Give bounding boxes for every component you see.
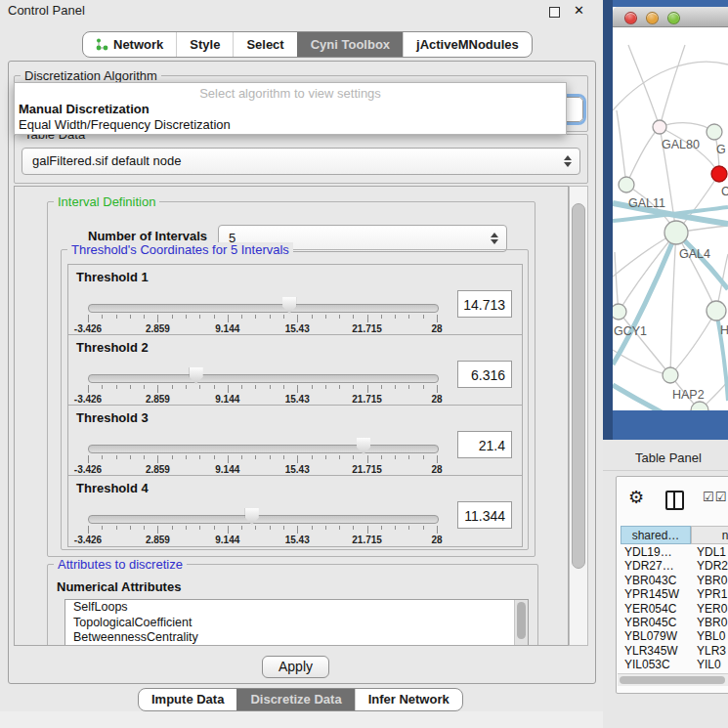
table-row[interactable]: YLR345WYLR3 — [617, 644, 728, 658]
table-data-combobox[interactable]: galFiltered.sif default node — [21, 148, 580, 175]
network-node[interactable] — [619, 177, 634, 193]
network-edge — [670, 233, 676, 375]
tab-network[interactable]: Network — [83, 32, 176, 57]
network-node[interactable] — [653, 120, 666, 134]
minimize-traffic-light[interactable] — [646, 12, 659, 24]
numerical-attributes-label: Numerical Attributes — [57, 579, 181, 594]
table-row[interactable]: YIL053CYIL0 — [617, 658, 728, 671]
bottom-tab-bar: Impute DataDiscretize DataInfer Network — [138, 688, 463, 711]
list-scrollbar[interactable] — [514, 600, 528, 646]
network-canvas[interactable]: GAL80GCGAL11GAL4GCY1HHAP2 — [613, 27, 728, 410]
threshold-3-slider-track[interactable] — [88, 445, 439, 453]
tab-select[interactable]: Select — [233, 32, 296, 57]
slider-tick-labels: -3.4262.8599.14415.4321.71528 — [88, 464, 437, 475]
top-tab-bar: NetworkStyleSelectCyni ToolboxjActiveMNo… — [82, 31, 533, 58]
panel-scrollbar-thumb[interactable] — [572, 203, 585, 569]
table-row[interactable]: YDR27…YDR2 — [617, 559, 728, 573]
network-edge — [613, 62, 728, 110]
columns-icon[interactable] — [665, 491, 684, 510]
threshold-2-value-field[interactable]: 6.316 — [457, 361, 512, 388]
threshold-1-panel: Threshold 1 -3.4262.8599.14415.4321.7152… — [67, 264, 523, 336]
column-header-shared-name[interactable]: shared… — [621, 526, 691, 544]
slider-tick-labels: -3.4262.8599.14415.4321.71528 — [88, 535, 437, 545]
table-row[interactable]: YDL19…YDL1 — [617, 545, 728, 559]
window-title: Control Panel — [8, 3, 85, 18]
network-node[interactable] — [707, 124, 722, 140]
network-node[interactable] — [613, 304, 626, 320]
numerical-attributes-list[interactable]: SelfLoopsTopologicalCoefficientBetweenne… — [64, 599, 529, 646]
attribute-item[interactable]: BetweennessCentrality — [65, 630, 528, 646]
threshold-2-slider-track[interactable] — [88, 374, 439, 383]
threshold-4-value-field[interactable]: 11.344 — [457, 501, 512, 529]
column-header-name[interactable]: n — [691, 526, 728, 544]
attribute-item[interactable]: SelfLoops — [65, 600, 528, 616]
table-panel-region: Table Panel ⚙ ☑☑ shared… n YDL19…YDL1YDR… — [603, 440, 728, 728]
table-row[interactable]: YER054CYER0 — [617, 602, 728, 616]
tab-style[interactable]: Style — [176, 32, 233, 57]
algorithm-option-equal-width[interactable]: Equal Width/Frequency Discretization — [19, 117, 231, 132]
threshold-1-value-field[interactable]: 14.713 — [457, 290, 512, 318]
threshold-3-label: Threshold 3 — [76, 410, 149, 425]
network-edge — [628, 45, 660, 127]
slider-ticks — [88, 385, 437, 394]
bottom-strip — [0, 711, 603, 728]
interval-definition-group: Interval Definition Number of Intervals … — [47, 201, 535, 557]
table-row[interactable]: YBL079WYBL0 — [617, 629, 728, 643]
discretization-algorithm-label: Discretization Algorithm — [21, 68, 161, 83]
desktop-shadow-band — [603, 0, 613, 440]
network-node[interactable] — [707, 301, 726, 321]
tab-impute-data[interactable]: Impute Data — [139, 689, 236, 710]
attribute-item[interactable]: TopologicalCoefficient — [65, 616, 528, 631]
tab-infer-network[interactable]: Infer Network — [355, 689, 462, 710]
threshold-4-panel: Threshold 4 -3.4262.8599.14415.4321.7152… — [67, 475, 523, 547]
number-of-intervals-label: Number of Intervals — [88, 229, 207, 243]
close-traffic-light[interactable] — [624, 12, 637, 24]
network-edge — [626, 127, 660, 185]
threshold-4-slider-track[interactable] — [88, 515, 439, 524]
network-edge — [615, 252, 619, 312]
network-node-label: GAL4 — [679, 247, 710, 261]
interval-definition-label: Interval Definition — [54, 194, 159, 209]
tab-discretize-data[interactable]: Discretize Data — [236, 689, 354, 710]
table-row[interactable]: YBR043CYBR0 — [617, 574, 728, 587]
panel-scrollbar[interactable] — [569, 186, 588, 646]
network-view-window: GAL80GCGAL11GAL4GCY1HHAP2 — [613, 7, 728, 410]
network-node[interactable] — [663, 367, 678, 383]
settings-scroll-viewport: Interval Definition Number of Intervals … — [14, 186, 569, 646]
node-table-panel: ⚙ ☑☑ shared… n YDL19…YDL1YDR27…YDR2YBR04… — [616, 476, 728, 694]
table-rows: YDL19…YDL1YDR27…YDR2YBR043CYBR0YPR145WYP… — [617, 545, 728, 672]
threshold-1-slider-track[interactable] — [88, 304, 439, 313]
network-node-label: GAL80 — [662, 138, 700, 151]
threshold-2-label: Threshold 2 — [76, 340, 149, 355]
table-panel-title: Table Panel — [635, 450, 702, 465]
table-data-value: galFiltered.sif default node — [32, 149, 181, 174]
network-node-label: G — [716, 143, 726, 156]
tab-cyni-toolbox[interactable]: Cyni Toolbox — [297, 32, 403, 57]
checkboxes-icon[interactable]: ☑☑ — [703, 490, 727, 504]
threshold-3-value-field[interactable]: 21.4 — [457, 431, 512, 458]
close-icon[interactable]: ✕ — [574, 3, 584, 18]
network-edge — [676, 233, 716, 311]
algorithm-option-manual[interactable]: Manual Discretization — [19, 102, 150, 116]
threshold-4-label: Threshold 4 — [76, 481, 149, 495]
float-window-icon[interactable] — [549, 7, 560, 18]
apply-button[interactable]: Apply — [262, 656, 329, 678]
network-window-titlebar[interactable] — [613, 7, 728, 27]
thresholds-group: Threshold's Coordinates for 5 Intervals … — [61, 249, 529, 550]
network-node[interactable] — [711, 166, 727, 182]
table-hscrollbar[interactable] — [618, 673, 728, 686]
slider-ticks — [88, 526, 437, 535]
threshold-3-panel: Threshold 3 -3.4262.8599.14415.4321.7152… — [67, 405, 523, 477]
table-row[interactable]: YBR045CYBR0 — [617, 616, 728, 629]
algorithm-placeholder-option[interactable]: Select algorithm to view settings — [15, 86, 566, 101]
thresholds-group-label: Threshold's Coordinates for 5 Intervals — [67, 242, 293, 257]
zoom-traffic-light[interactable] — [667, 12, 680, 24]
network-node-label: GCY1 — [614, 324, 647, 338]
network-node[interactable] — [664, 221, 688, 244]
stepper-arrows-icon — [564, 155, 572, 167]
network-node-label: GAL11 — [628, 196, 665, 210]
tab-jactivemnodules[interactable]: jActiveMNodules — [403, 32, 532, 57]
table-row[interactable]: YPR145WYPR1 — [617, 587, 728, 601]
threshold-1-label: Threshold 1 — [76, 270, 149, 284]
gear-icon[interactable]: ⚙ — [628, 487, 644, 507]
